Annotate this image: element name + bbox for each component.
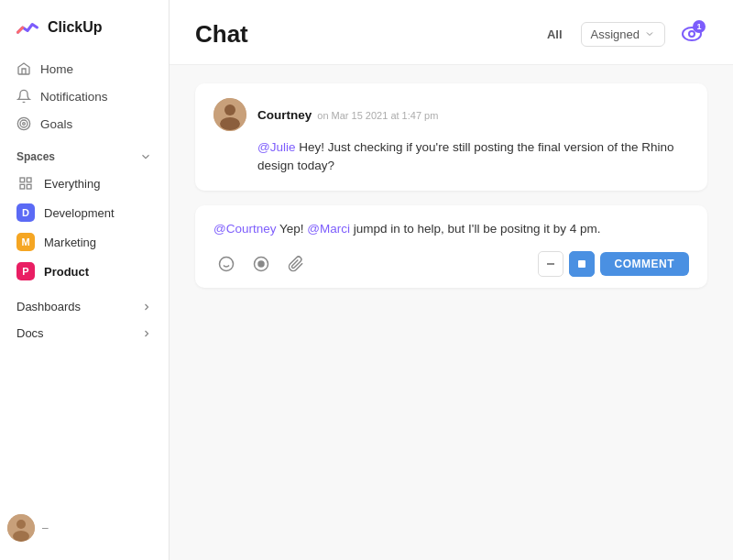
- sidebar-item-marketing-label: Marketing: [44, 236, 96, 249]
- bell-icon: [16, 89, 31, 104]
- svg-point-15: [220, 257, 234, 270]
- user-avatar: [7, 514, 35, 542]
- svg-point-13: [224, 104, 235, 115]
- comment-button[interactable]: COMMENT: [600, 252, 690, 276]
- courtney-avatar-img: [213, 98, 246, 131]
- sidebar-item-everything-label: Everything: [44, 177, 100, 191]
- attach-button[interactable]: [283, 251, 309, 277]
- sidebar-item-marketing[interactable]: M Marketing: [7, 227, 161, 257]
- chat-area: Courtney on Mar 15 2021 at 1:47 pm @Juli…: [170, 65, 733, 560]
- notification-count: 1: [693, 20, 706, 33]
- reply-text-1: Yep!: [279, 222, 307, 236]
- svg-point-9: [13, 531, 29, 542]
- assigned-chevron-icon: [644, 28, 655, 39]
- message-header-1: Courtney on Mar 15 2021 at 1:47 pm: [213, 98, 689, 131]
- chat-title: Chat: [195, 20, 248, 49]
- filter-all-button[interactable]: All: [540, 23, 570, 46]
- dash-icon: [546, 259, 555, 269]
- dashboards-chevron-icon: [141, 302, 152, 313]
- docs-label: Docs: [16, 326, 44, 340]
- sidebar-item-home-label: Home: [40, 62, 73, 76]
- development-icon: D: [16, 203, 35, 222]
- format-button-1[interactable]: [538, 251, 563, 277]
- sidebar-item-everything[interactable]: Everything: [7, 169, 161, 198]
- toolbar-left: [213, 251, 309, 277]
- dashboards-label: Dashboards: [16, 300, 81, 313]
- chevron-icon: [139, 150, 152, 163]
- docs-chevron-icon: [141, 328, 152, 339]
- mention-courtney: @Courtney: [213, 222, 276, 236]
- record-icon: [253, 256, 269, 272]
- mention-julie: @Julie: [257, 140, 295, 154]
- sidebar-nav: Home Notifications Goals: [0, 51, 169, 141]
- svg-rect-20: [547, 263, 554, 265]
- record-button[interactable]: [248, 251, 274, 277]
- message-body-1: @Julie Hey! Just checking if you're stil…: [257, 138, 689, 176]
- user-avatar-img: [7, 514, 35, 542]
- emoji-icon: [218, 256, 235, 272]
- svg-point-8: [16, 520, 26, 529]
- sidebar-item-development-label: Development: [44, 206, 115, 220]
- chat-message-1: Courtney on Mar 15 2021 at 1:47 pm @Juli…: [195, 83, 707, 191]
- user-menu-indicator: –: [42, 522, 49, 534]
- main-content: Chat All Assigned 1: [170, 0, 733, 560]
- sidebar-item-goals[interactable]: Goals: [7, 110, 161, 137]
- reply-toolbar: COMMENT: [213, 251, 689, 277]
- product-icon: P: [16, 262, 35, 280]
- sidebar-item-product[interactable]: P Product: [7, 257, 161, 286]
- target-icon: [16, 116, 31, 131]
- svg-point-14: [220, 117, 240, 130]
- message-timestamp-1: on Mar 15 2021 at 1:47 pm: [317, 110, 438, 121]
- logo[interactable]: ClickUp: [0, 0, 169, 51]
- emoji-button[interactable]: [213, 251, 239, 277]
- home-icon: [16, 61, 31, 76]
- sidebar: ClickUp Home Notifications Goals Spaces …: [0, 0, 170, 560]
- svg-point-11: [689, 31, 695, 37]
- marketing-icon: M: [16, 233, 35, 251]
- clickup-logo-icon: [15, 15, 40, 40]
- message-text-1: Hey! Just checking if you're still posti…: [257, 140, 674, 172]
- message-meta-1: Courtney on Mar 15 2021 at 1:47 pm: [257, 108, 438, 122]
- chat-header: Chat All Assigned 1: [170, 0, 733, 65]
- reply-text-2: jumpd in to help, but I'll be positng it…: [354, 222, 601, 236]
- sidebar-item-development[interactable]: D Development: [7, 198, 161, 227]
- svg-rect-5: [20, 184, 25, 189]
- paperclip-icon: [288, 256, 304, 272]
- svg-rect-21: [578, 260, 585, 268]
- sidebar-item-goals-label: Goals: [40, 117, 72, 131]
- sidebar-item-home[interactable]: Home: [7, 55, 161, 82]
- svg-point-2: [23, 123, 26, 126]
- chat-header-controls: All Assigned 1: [540, 18, 707, 49]
- sidebar-item-docs[interactable]: Docs: [7, 320, 161, 346]
- format-button-2[interactable]: [569, 251, 595, 277]
- message-author-1: Courtney: [257, 108, 312, 122]
- svg-point-19: [258, 261, 264, 267]
- sidebar-user[interactable]: –: [0, 507, 169, 549]
- reply-body: @Courtney Yep! @Marci jumpd in to help, …: [213, 220, 689, 238]
- spaces-header: Spaces: [0, 141, 169, 169]
- sidebar-item-product-label: Product: [44, 265, 89, 279]
- mention-marci: @Marci: [307, 222, 350, 236]
- svg-rect-4: [27, 178, 31, 182]
- svg-rect-6: [27, 184, 31, 189]
- spaces-label: Spaces: [16, 150, 55, 163]
- toolbar-right: COMMENT: [538, 251, 690, 277]
- filter-assigned-dropdown[interactable]: Assigned: [581, 22, 665, 47]
- notification-badge-button[interactable]: 1: [676, 18, 707, 49]
- filter-assigned-label: Assigned: [591, 27, 640, 41]
- svg-rect-3: [20, 178, 25, 182]
- courtney-avatar: [213, 98, 246, 131]
- everything-icon: [16, 174, 35, 192]
- logo-text: ClickUp: [48, 19, 103, 36]
- reply-card: @Courtney Yep! @Marci jumpd in to help, …: [195, 205, 707, 288]
- sidebar-item-dashboards[interactable]: Dashboards: [7, 293, 161, 320]
- sidebar-item-notifications-label: Notifications: [40, 90, 108, 104]
- svg-point-1: [20, 120, 27, 127]
- block-icon: [577, 259, 586, 269]
- sidebar-item-notifications[interactable]: Notifications: [7, 82, 161, 110]
